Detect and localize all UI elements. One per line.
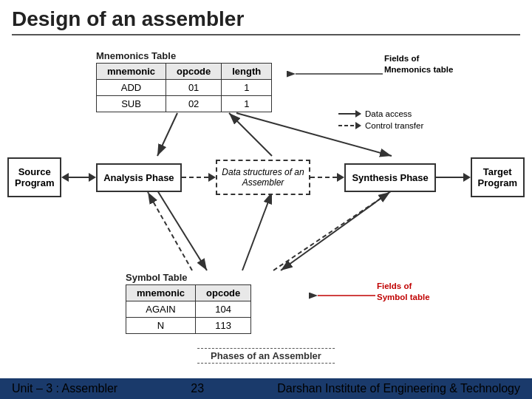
cell: 113 — [196, 318, 251, 334]
arrow-line — [69, 177, 89, 178]
synthesis-phase-box: Synthesis Phase — [344, 163, 435, 192]
arrow-to-analysis — [61, 173, 96, 182]
cell: AGAIN — [126, 301, 196, 318]
main-content: Mnemonics Table mnemonic opcode length A… — [0, 43, 532, 390]
symbol-table-label: Symbol Table — [126, 272, 251, 283]
right-arrowhead2 — [337, 173, 344, 182]
flow-row: SourceProgram Analysis Phase Data struct… — [7, 157, 525, 197]
legend-data-access: Data access — [338, 109, 423, 118]
cell: 02 — [166, 96, 222, 112]
svg-line-9 — [242, 192, 272, 270]
col-mnemonic: mnemonic — [97, 64, 166, 80]
arrow-to-data-structures — [182, 173, 216, 182]
target-program-box: TargetProgram — [471, 157, 525, 197]
right-arrowhead3 — [463, 173, 471, 182]
col-opcode: opcode — [166, 64, 222, 80]
title-divider — [12, 34, 520, 35]
right-arrowhead — [89, 173, 96, 182]
arrow-line2 — [436, 177, 463, 178]
cell: 1 — [222, 96, 272, 112]
symbol-table-container: Symbol Table mnemonic opcode AGAIN 104 N… — [126, 272, 251, 334]
dashed-line — [182, 177, 209, 178]
mnemonics-table-container: Mnemonics Table mnemonic opcode length A… — [96, 50, 272, 112]
arrow-to-synthesis — [310, 173, 345, 182]
fields-symbol-label: Fields ofSymbol table — [377, 281, 430, 303]
col-length: length — [222, 64, 272, 80]
footer: Unit – 3 : Assembler 23 Darshan Institut… — [0, 378, 532, 399]
page-title: Design of an assembler — [0, 0, 532, 34]
svg-line-10 — [229, 113, 272, 156]
table-row: ADD 01 1 — [97, 80, 272, 96]
footer-right: Darshan Institute of Engineering & Techn… — [277, 382, 520, 395]
right-arrowhead — [208, 173, 216, 182]
mnemonics-table: mnemonic opcode length ADD 01 1 SUB 02 1 — [96, 63, 272, 112]
dashed-arrow-icon — [338, 125, 361, 126]
arrow-to-target — [436, 173, 471, 182]
cell: SUB — [97, 96, 166, 112]
col-mnemonic-sym: mnemonic — [126, 285, 196, 301]
left-arrowhead — [61, 173, 69, 182]
mnemonics-table-label: Mnemonics Table — [96, 50, 272, 61]
dashed-line2 — [310, 177, 338, 178]
control-transfer-text: Control transfer — [365, 121, 423, 130]
footer-left: Unit – 3 : Assembler — [12, 382, 117, 395]
svg-line-5 — [157, 191, 207, 270]
solid-arrow-icon — [338, 113, 361, 115]
cell: 104 — [196, 301, 251, 318]
col-opcode-sym: opcode — [196, 285, 251, 301]
symbol-table: mnemonic opcode AGAIN 104 N 113 — [126, 284, 251, 334]
table-row: SUB 02 1 — [97, 96, 272, 112]
phases-label: Phases of an Assembler — [197, 348, 335, 364]
legend-container: Data access Control transfer — [338, 109, 423, 130]
cell: 01 — [166, 80, 222, 96]
analysis-phase-box: Analysis Phase — [96, 163, 181, 192]
svg-line-7 — [148, 192, 192, 270]
table-row: N 113 — [126, 318, 251, 334]
cell: 1 — [222, 80, 272, 96]
svg-line-8 — [273, 192, 390, 270]
svg-line-6 — [281, 191, 392, 270]
svg-line-3 — [157, 113, 177, 156]
footer-page-number: 23 — [191, 382, 204, 395]
table-row: AGAIN 104 — [126, 301, 251, 318]
legend-control-transfer: Control transfer — [338, 121, 423, 130]
data-structures-box: Data structures of anAssembler — [216, 160, 310, 195]
data-access-text: Data access — [365, 109, 412, 118]
cell: ADD — [97, 80, 166, 96]
fields-mnemonics-label: Fields ofMnemonics table — [384, 53, 453, 75]
source-program-box: SourceProgram — [7, 157, 61, 197]
cell: N — [126, 318, 196, 334]
